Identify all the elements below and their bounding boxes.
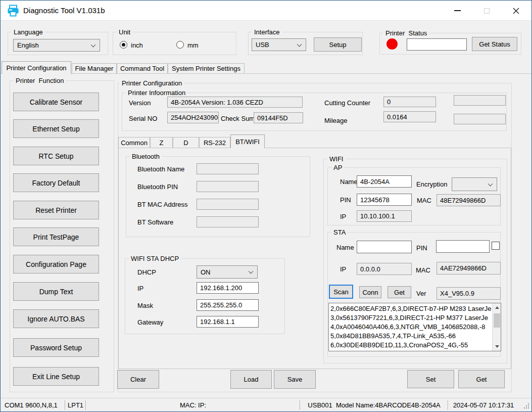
language-group-label: Language <box>12 28 45 36</box>
tab-command-tool[interactable]: Command Tool <box>117 63 168 73</box>
subtab-btwifi[interactable]: BT/WIFI <box>230 134 265 148</box>
ap-name-field[interactable]: 4B-2054A <box>357 175 412 188</box>
calibrate-sensor-button[interactable]: Calibrate Sensor <box>13 93 99 111</box>
status-usb-model: USB001 Model Name:4BARCODE4B-2054A <box>301 401 448 409</box>
check-sum-field: 09144F5D <box>254 112 303 123</box>
sta-ip-field: 0.0.0.0 <box>357 263 412 275</box>
tab-printer-configuration[interactable]: Printer Configuration <box>2 61 71 74</box>
chevron-down-icon <box>249 269 254 274</box>
wifi-get-button[interactable]: Get <box>388 286 411 298</box>
ap-name-label: Name <box>340 178 358 186</box>
scan-result-item[interactable]: 5,0x84D81BB9A535,7,4,TP-Link_A535,-66 <box>330 332 492 341</box>
ver-field: X4_V95.0.9 <box>437 287 501 300</box>
subtab-common[interactable]: Common <box>118 137 150 148</box>
ignore-autobas-button[interactable]: Ignore AUTO.BAS <box>13 309 99 328</box>
bluetooth-name-label: Bluetooth Name <box>137 165 184 173</box>
bluetooth-pin-label: Bluetooth PIN <box>137 183 178 191</box>
print-testpage-button[interactable]: Print TestPage <box>13 227 99 246</box>
status-lpt: LPT1 <box>68 401 83 409</box>
maximize-button <box>475 1 498 21</box>
scan-results: 2,0x666C80EAF2B7,6,3,DIRECT-b7-HP M283 L… <box>330 304 492 350</box>
check-sum-label: Check Sum <box>221 115 255 122</box>
status-separator <box>65 400 66 410</box>
scan-result-item[interactable]: 6,0x30DE4BB9DE1D,11,3,CronaPOS2_4G,-55 <box>330 341 492 350</box>
interface-select[interactable]: USB <box>252 38 306 51</box>
window-title: Diagnostic Tool V1.031b <box>23 6 105 15</box>
interface-select-value: USB <box>256 41 269 49</box>
ethernet-setup-button[interactable]: Ethernet Setup <box>13 119 99 138</box>
dhcp-select[interactable]: ON <box>197 265 258 279</box>
ver-label: Ver <box>416 290 426 297</box>
minimize-icon <box>454 10 461 11</box>
setup-button[interactable]: Setup <box>314 37 362 52</box>
sta-ip-label: IP <box>340 265 346 273</box>
language-select[interactable]: English <box>13 39 100 52</box>
printer-status-field[interactable] <box>407 38 467 51</box>
password-setup-button[interactable]: Password Setup <box>13 338 99 357</box>
chevron-down-icon <box>297 41 302 47</box>
sta-pin-field[interactable] <box>436 240 490 253</box>
get-button[interactable]: Get <box>458 370 505 388</box>
scrollbar[interactable] <box>492 303 501 351</box>
get-status-button[interactable]: Get Status <box>472 37 517 51</box>
reset-printer-button[interactable]: Reset Printer <box>13 201 99 219</box>
scroll-up-button[interactable] <box>493 303 501 312</box>
bt-software-label: BT Software <box>137 218 173 226</box>
scan-result-item[interactable]: 4,0xA0046040A406,6,3,NTGR_VMB_1406852088… <box>330 323 492 332</box>
close-icon <box>513 8 519 14</box>
scan-result-item[interactable]: 2,0x666C80EAF2B7,6,3,DIRECT-b7-HP M283 L… <box>330 304 492 313</box>
sta-name-field[interactable] <box>357 241 412 253</box>
scroll-down-button[interactable] <box>493 342 501 351</box>
status-com: COM1 9600,N,8,1 <box>5 401 58 409</box>
save-button[interactable]: Save <box>274 370 316 389</box>
tab-system-printer-settings[interactable]: System Printer Settings <box>168 63 245 73</box>
encryption-select[interactable] <box>452 177 497 191</box>
configuration-page-button[interactable]: Configuration Page <box>13 255 99 273</box>
factory-default-button[interactable]: Factory Default <box>13 173 99 192</box>
wifi-ap-group-label: AP <box>331 164 344 171</box>
ap-ip-field: 10.10.100.1 <box>357 210 412 222</box>
subtab-d[interactable]: D <box>173 137 199 148</box>
title-bar: Diagnostic Tool V1.031b <box>1 1 531 21</box>
cutting-counter-field: 0 <box>383 97 436 107</box>
ap-ip-label: IP <box>340 213 346 220</box>
set-button[interactable]: Set <box>407 370 454 388</box>
sta-pin-checkbox[interactable] <box>492 242 500 250</box>
scan-button[interactable]: Scan <box>329 285 353 299</box>
load-button[interactable]: Load <box>230 370 272 389</box>
dhcp-select-value: ON <box>201 268 211 276</box>
sta-pin-label: PIN <box>416 244 427 252</box>
scan-result-item[interactable]: 3,0x5613790F7221,6,3,DIRECT-21-HP M377 L… <box>330 313 492 323</box>
subtab-rs232[interactable]: RS-232 <box>199 137 230 148</box>
gateway-field[interactable]: 192.168.1.1 <box>197 316 259 328</box>
ap-pin-label: PIN <box>340 196 351 204</box>
cutting-counter-label: Cutting Counter <box>324 99 370 107</box>
resize-grip[interactable] <box>523 403 529 409</box>
status-datetime: 2024-05-07 10:17:31 <box>449 401 518 409</box>
printer-configuration-group-label: Printer Configuration <box>120 79 184 87</box>
exit-line-setup-button[interactable]: Exit Line Setup <box>13 367 99 386</box>
clear-button[interactable]: Clear <box>117 370 159 389</box>
dump-text-button[interactable]: Dump Text <box>13 282 99 301</box>
unit-mm-radio[interactable] <box>176 41 184 49</box>
dhcp-ip-field[interactable]: 192.168.1.200 <box>197 282 259 294</box>
status-bar: COM1 9600,N,8,1 LPT1 MAC: IP: USB001 Mod… <box>1 398 531 412</box>
serial-no-label: Serial NO <box>129 115 157 122</box>
minimize-button[interactable] <box>446 1 469 21</box>
maximize-icon <box>484 8 490 14</box>
subtab-z[interactable]: Z <box>150 137 173 148</box>
unit-inch-radio[interactable] <box>120 41 127 49</box>
scrollbar-thumb[interactable] <box>494 313 500 328</box>
wifi-scan-results-list[interactable]: 2,0x666C80EAF2B7,6,3,DIRECT-b7-HP M283 L… <box>328 303 501 351</box>
ap-mac-field: 48E72949866D <box>437 194 501 206</box>
printer-information-group-label: Printer Infoormation <box>126 89 187 97</box>
status-indicator <box>386 38 398 50</box>
bt-mac-address-field <box>197 199 259 210</box>
tab-file-manager[interactable]: File Manager <box>72 63 117 73</box>
mask-field[interactable]: 255.255.255.0 <box>197 299 259 311</box>
ap-pin-field[interactable]: 12345678 <box>357 194 412 206</box>
sta-name-label: Name <box>336 244 354 251</box>
conn-button[interactable]: Conn <box>359 286 381 298</box>
rtc-setup-button[interactable]: RTC Setup <box>13 147 99 165</box>
close-button[interactable] <box>504 1 527 21</box>
